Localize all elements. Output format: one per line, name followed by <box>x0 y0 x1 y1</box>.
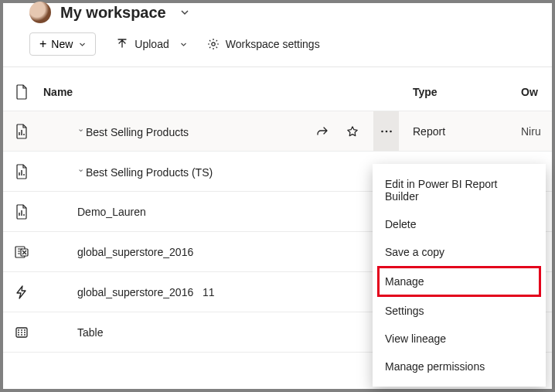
workbook-icon <box>15 245 29 259</box>
svg-point-13 <box>18 334 19 336</box>
badge-icon: ⌄ <box>77 124 84 133</box>
upload-label: Upload <box>134 38 169 50</box>
header-icon-col <box>3 84 40 100</box>
svg-point-15 <box>24 334 26 336</box>
workspace-window: My workspace + New Upload Workspace <box>0 0 555 392</box>
table-row[interactable]: ⌄Best Selling Products Report Niru <box>3 111 552 151</box>
svg-point-14 <box>21 334 22 336</box>
badge-icon: ⌄ <box>77 164 84 173</box>
share-icon[interactable] <box>312 121 332 142</box>
more-options-icon[interactable] <box>373 111 399 152</box>
item-count: 11 <box>203 286 215 298</box>
item-name: global_superstore_2016 <box>77 246 193 258</box>
svg-point-2 <box>385 130 387 132</box>
plus-icon: + <box>39 38 46 50</box>
svg-point-3 <box>390 130 392 132</box>
table-header: Name Type Ow <box>3 67 552 111</box>
menu-item-manage-permissions[interactable]: Manage permissions <box>373 353 546 380</box>
item-type: Report <box>405 125 521 138</box>
workspace-settings-label: Workspace settings <box>226 38 320 50</box>
avatar <box>29 2 51 23</box>
chevron-down-icon[interactable] <box>180 8 189 17</box>
item-name: Table <box>77 326 103 339</box>
gear-icon <box>207 38 220 50</box>
item-name: Best Selling Products <box>86 126 189 138</box>
table-icon <box>15 326 29 339</box>
header-owner[interactable]: Ow <box>521 86 552 98</box>
svg-point-11 <box>21 332 22 333</box>
header-name[interactable]: Name <box>40 86 312 98</box>
svg-point-10 <box>18 332 19 333</box>
report-icon <box>15 124 28 139</box>
menu-item-edit-builder[interactable]: Edit in Power BI Report Builder <box>373 170 546 210</box>
header-type[interactable]: Type <box>405 86 521 98</box>
svg-point-8 <box>21 329 22 331</box>
chevron-down-icon <box>180 41 187 48</box>
menu-item-delete[interactable]: Delete <box>373 210 546 238</box>
dataflow-icon <box>15 285 29 299</box>
report-icon <box>15 204 28 220</box>
menu-item-manage[interactable]: Manage <box>379 268 540 295</box>
item-name: global_superstore_2016 <box>77 286 193 298</box>
svg-point-1 <box>381 130 383 132</box>
svg-point-7 <box>18 329 19 331</box>
upload-button[interactable]: Upload <box>116 38 186 50</box>
item-name: Best Selling Products (TS) <box>86 166 213 179</box>
workspace-settings-button[interactable]: Workspace settings <box>207 38 320 50</box>
new-button[interactable]: + New <box>29 32 96 56</box>
upload-icon <box>116 38 128 50</box>
svg-point-12 <box>24 332 26 333</box>
new-button-label: New <box>51 38 73 50</box>
context-menu: Edit in Power BI Report Builder Delete S… <box>373 164 546 387</box>
menu-item-settings[interactable]: Settings <box>373 297 546 325</box>
favorite-icon[interactable] <box>343 121 363 142</box>
item-name: Demo_Lauren <box>77 206 146 218</box>
svg-point-9 <box>24 329 26 331</box>
item-owner: Niru <box>521 125 552 138</box>
workspace-header: My workspace <box>3 3 552 22</box>
toolbar: + New Upload Workspace settings <box>3 22 552 66</box>
chevron-down-icon <box>79 41 86 48</box>
document-icon <box>15 84 28 100</box>
menu-item-save-copy[interactable]: Save a copy <box>373 238 546 266</box>
svg-point-0 <box>212 43 215 46</box>
workspace-title: My workspace <box>60 4 166 22</box>
report-icon <box>15 164 28 179</box>
menu-item-view-lineage[interactable]: View lineage <box>373 325 546 353</box>
